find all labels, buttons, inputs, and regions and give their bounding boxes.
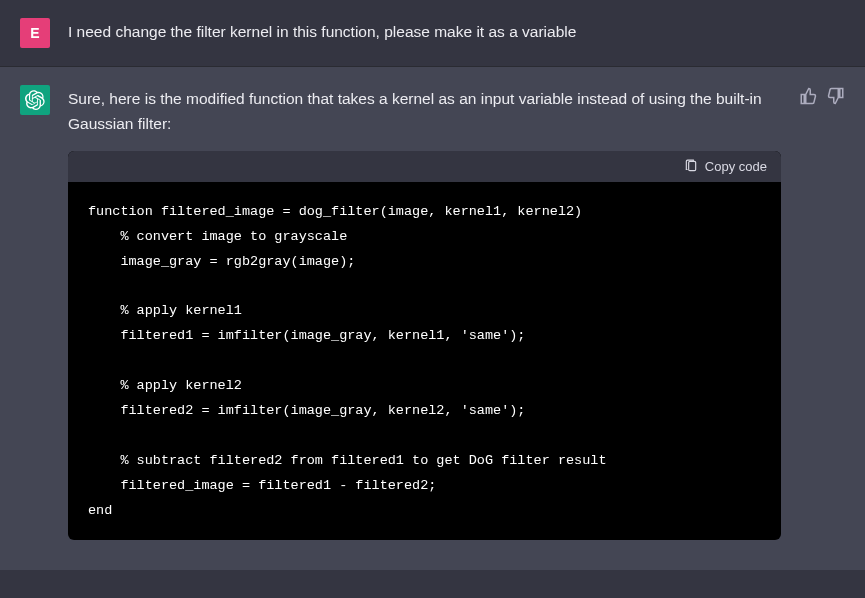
assistant-content: Sure, here is the modified function that… (68, 85, 781, 540)
code-block: Copy code function filtered_image = dog_… (68, 151, 781, 541)
thumbs-down-icon[interactable] (827, 87, 845, 105)
user-prompt-text: I need change the filter kernel in this … (68, 20, 845, 45)
assistant-message: Sure, here is the modified function that… (0, 67, 865, 570)
openai-logo-icon (25, 90, 45, 110)
copy-code-button[interactable]: Copy code (684, 159, 767, 174)
user-content: I need change the filter kernel in this … (68, 18, 845, 48)
assistant-reply-text: Sure, here is the modified function that… (68, 87, 781, 137)
user-message: E I need change the filter kernel in thi… (0, 0, 865, 67)
thumbs-up-icon[interactable] (799, 87, 817, 105)
copy-code-label: Copy code (705, 159, 767, 174)
code-body[interactable]: function filtered_image = dog_filter(ima… (68, 182, 781, 541)
svg-rect-0 (689, 161, 696, 170)
assistant-avatar (20, 85, 50, 115)
user-initial: E (30, 25, 39, 41)
feedback-actions (799, 85, 845, 540)
code-header: Copy code (68, 151, 781, 182)
clipboard-icon (684, 159, 698, 173)
user-avatar: E (20, 18, 50, 48)
